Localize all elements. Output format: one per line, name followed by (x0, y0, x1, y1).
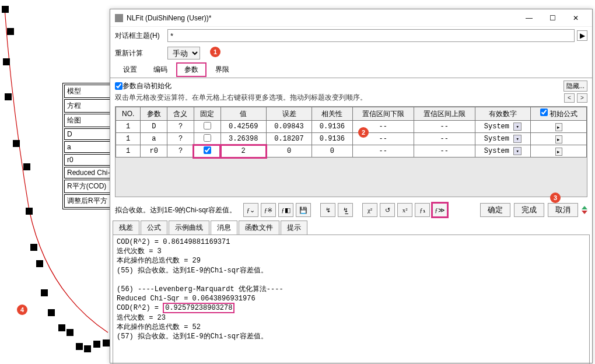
init-formula-header-checkbox[interactable] (540, 108, 548, 116)
tab-tips[interactable]: 提示 (281, 220, 307, 235)
col-param[interactable]: 参数 (141, 107, 167, 121)
bg-result-table: 模型 方程 绘图 D a r0 Reduced Chi- R平方(COD) 调整… (62, 83, 114, 209)
col-ci-lo[interactable]: 置信区间下限 (352, 107, 414, 121)
fixed-checkbox-D[interactable] (204, 122, 211, 130)
col-no[interactable]: NO. (116, 107, 141, 121)
nlfit-dialog: NLFit (DuiShiNeng (User))* — ☐ ✕ 对话框主题(H… (110, 9, 593, 363)
recalc-select[interactable]: 手动 (167, 47, 200, 60)
tab-code[interactable]: 编码 (145, 62, 176, 78)
col-value[interactable]: 值 (220, 107, 266, 121)
main-tab-bar: 设置 编码 参数 界限 (110, 62, 592, 78)
col-sig[interactable]: 有效数字 (475, 107, 531, 121)
callout-3: 3 (550, 192, 561, 203)
col-meaning[interactable]: 含义 (167, 107, 194, 121)
message-log[interactable]: COD(R^2) = 0.86149881169371 迭代次数 = 3 本此操… (113, 235, 590, 364)
cancel-button[interactable]: 取消 (548, 203, 578, 217)
parameter-grid[interactable]: NO. 参数 含义 固定 值 误差 相关性 置信区间下限 置信区间上限 有效数字… (116, 107, 587, 158)
toolbar-btn-6[interactable]: ↯̲ (338, 203, 353, 217)
value-cell-r0[interactable]: 2 (220, 145, 266, 158)
status-text: 拟合收敛。达到1E-9的Chi-sqr容差值。 (115, 205, 236, 215)
sig-dropdown-icon[interactable]: ▾ (513, 147, 522, 155)
toolbar-btn-fit[interactable]: ƒ≫ (432, 203, 447, 217)
row-more-icon[interactable]: ▸ (555, 148, 562, 156)
hint-text: 双击单元格改变运算符。在单元格上右键获得更多选项。拖动列标题改变列顺序。 (115, 93, 367, 103)
bottom-tab-bar: 残差 公式 示例曲线 消息 函数文件 提示 (110, 220, 592, 235)
tab-bounds[interactable]: 界限 (207, 62, 237, 78)
window-title: NLFit (DuiShiNeng (User))* (127, 14, 517, 22)
toolbar-btn-3[interactable]: ƒ◧ (278, 203, 293, 217)
tab-messages[interactable]: 消息 (211, 220, 237, 235)
titlebar[interactable]: NLFit (DuiShiNeng (User))* — ☐ ✕ (110, 9, 592, 27)
col-ci-hi[interactable]: 置信区间上限 (414, 107, 475, 121)
sig-dropdown-icon[interactable]: ▾ (513, 123, 522, 131)
tab-formula[interactable]: 公式 (141, 220, 167, 235)
callout-1: 1 (210, 47, 220, 57)
tab-parameters[interactable]: 参数 (176, 62, 206, 77)
tab-residual[interactable]: 残差 (113, 220, 139, 235)
minimize-button[interactable]: — (517, 10, 541, 26)
row-more-icon[interactable]: ▸ (555, 135, 562, 144)
auto-init-label: 参数自动初始化 (123, 81, 172, 91)
tab-settings[interactable]: 设置 (115, 62, 145, 78)
tab-sample-curve[interactable]: 示例曲线 (169, 220, 209, 235)
auto-init-checkbox[interactable] (115, 82, 123, 90)
theme-label: 对话框主题(H) (115, 31, 167, 41)
nav-right-button[interactable]: > (577, 93, 587, 103)
table-row: 1 a ? 3.26398 0.18207 0.9136 -- -- Syste… (116, 133, 587, 145)
table-row: 1 D ? 0.42569 0.09843 0.9136 -- -- Syste… (116, 121, 587, 133)
toolbar-btn-10[interactable]: ƒ₁ (415, 203, 430, 217)
ok-button[interactable]: 确定 (480, 203, 510, 217)
col-corr[interactable]: 相关性 (312, 107, 352, 121)
toolbar-btn-1[interactable]: ƒ⌄ (243, 203, 258, 217)
app-icon (115, 14, 123, 22)
theme-play-button[interactable]: ▶ (577, 30, 587, 41)
toolbar-btn-9[interactable]: x² (397, 203, 412, 217)
toolbar-btn-2[interactable]: ƒ※ (261, 203, 276, 217)
nav-left-button[interactable]: < (564, 93, 575, 103)
theme-input[interactable] (167, 29, 575, 42)
fixed-checkbox-r0[interactable] (204, 146, 211, 154)
callout-4: 4 (17, 304, 27, 315)
done-button[interactable]: 完成 (514, 203, 544, 217)
recalc-label: 重新计算 (115, 48, 167, 58)
close-button[interactable]: ✕ (564, 10, 587, 26)
col-fixed[interactable]: 固定 (194, 107, 220, 121)
col-init[interactable]: 初始公式 (531, 107, 587, 121)
hide-button[interactable]: 隐藏... (564, 80, 587, 92)
toolbar-btn-4[interactable]: 💾 (296, 203, 311, 217)
table-row: 1 r0 ? 2 0 0 -- -- System ▾ ▸ (116, 145, 587, 158)
expand-down-icon[interactable] (582, 211, 587, 214)
maximize-button[interactable]: ☐ (541, 10, 564, 26)
toolbar-btn-8[interactable]: ↺ (380, 203, 395, 217)
cod-highlight: 0.92579238903278 (163, 303, 235, 313)
callout-2: 2 (358, 127, 369, 138)
row-more-icon[interactable]: ▸ (555, 123, 562, 131)
toolbar-btn-7[interactable]: χ² (362, 203, 377, 217)
tab-func-file[interactable]: 函数文件 (239, 220, 279, 235)
col-error[interactable]: 误差 (266, 107, 312, 121)
sig-dropdown-icon[interactable]: ▾ (513, 135, 522, 143)
toolbar-btn-5[interactable]: ↯ (320, 203, 335, 217)
fixed-checkbox-a[interactable] (204, 134, 211, 142)
expand-up-icon[interactable] (582, 206, 587, 209)
